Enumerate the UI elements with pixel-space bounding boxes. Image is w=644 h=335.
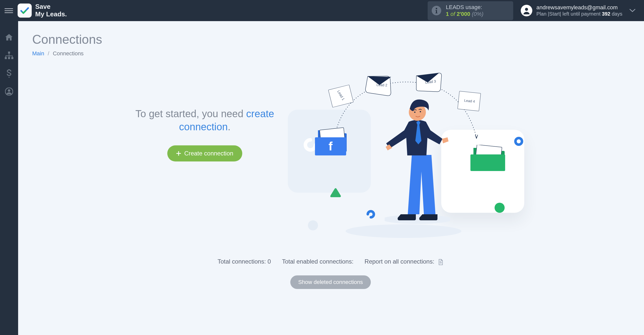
svg-point-14 <box>420 111 421 112</box>
breadcrumb-main-link[interactable]: Main <box>32 50 44 57</box>
create-connection-label: Create connection <box>184 150 233 157</box>
stats-row: Total connections: 0 Total enabled conne… <box>32 258 629 265</box>
create-connection-button[interactable]: Create connection <box>167 145 243 161</box>
facebook-folder-icon: f <box>314 127 349 157</box>
sitemap-icon[interactable] <box>5 51 14 60</box>
user-block[interactable]: andrewsavemyleads@gmail.com Plan |Start|… <box>521 4 622 17</box>
total-connections: Total connections: 0 <box>218 258 271 265</box>
account-icon[interactable] <box>5 87 14 96</box>
svg-rect-4 <box>8 57 10 59</box>
illustration: Lead 1 Lead 2 Lead 3 Lead 4 f <box>285 74 527 240</box>
leads-usage-box[interactable]: LEADS usage: 1 of 2'000 (0%) <box>428 1 513 20</box>
user-text: andrewsavemyleads@gmail.com Plan |Start|… <box>536 4 622 17</box>
onboarding-block: To get started, you need create connecti… <box>134 74 275 161</box>
breadcrumb: Main / Connections <box>32 50 629 57</box>
svg-point-1 <box>525 8 528 11</box>
logo-icon <box>18 4 32 18</box>
show-deleted-button[interactable]: Show deleted connections <box>290 275 371 289</box>
logo-text: Save My Leads. <box>35 3 67 18</box>
destination-folder-icon <box>470 145 508 175</box>
info-icon <box>432 6 441 15</box>
decor-swirl-blue <box>366 209 376 219</box>
user-email: andrewsavemyleads@gmail.com <box>536 4 622 11</box>
svg-rect-5 <box>11 57 13 59</box>
plus-icon <box>176 151 181 156</box>
total-enabled-connections: Total enabled connections: <box>282 258 353 265</box>
lead-card-4: Lead 4 <box>457 91 481 111</box>
lead-card-2: Lead 2 <box>364 72 389 93</box>
logo[interactable]: Save My Leads. <box>18 3 67 18</box>
avatar-icon <box>521 5 532 16</box>
leads-usage-text: LEADS usage: 1 of 2'000 (0%) <box>446 4 484 18</box>
sidebar <box>0 21 18 335</box>
svg-point-0 <box>436 8 437 9</box>
breadcrumb-separator: / <box>46 50 51 57</box>
hamburger-menu-button[interactable] <box>5 6 13 15</box>
chevron-down-icon[interactable] <box>629 9 635 12</box>
plan-line: Plan |Start| left until payment 392 days <box>536 11 622 17</box>
decor-triangle-green <box>330 187 342 198</box>
svg-point-15 <box>421 113 424 117</box>
svg-point-7 <box>8 89 10 92</box>
svg-rect-2 <box>8 52 10 54</box>
illustration-person <box>385 95 450 225</box>
breadcrumb-current: Connections <box>53 50 84 57</box>
svg-point-11 <box>385 215 450 224</box>
illustration-ground <box>346 224 461 238</box>
report-all-connections: Report on all connections: <box>365 258 444 265</box>
onboarding-lead: To get started, you need create connecti… <box>134 107 275 133</box>
lead-card-3: Lead 3 <box>415 72 437 91</box>
topbar: Save My Leads. LEADS usage: 1 of 2'000 (… <box>0 0 644 21</box>
billing-icon[interactable] <box>5 69 14 78</box>
document-icon[interactable] <box>438 259 444 265</box>
svg-point-13 <box>414 112 416 113</box>
decor-dot-ghost <box>308 220 318 230</box>
main-content: Connections Main / Connections To get st… <box>18 21 644 335</box>
home-icon[interactable] <box>5 33 14 42</box>
decor-dot-green <box>495 203 505 213</box>
page-title: Connections <box>32 32 629 47</box>
svg-text:f: f <box>329 140 333 153</box>
svg-rect-3 <box>5 57 7 59</box>
